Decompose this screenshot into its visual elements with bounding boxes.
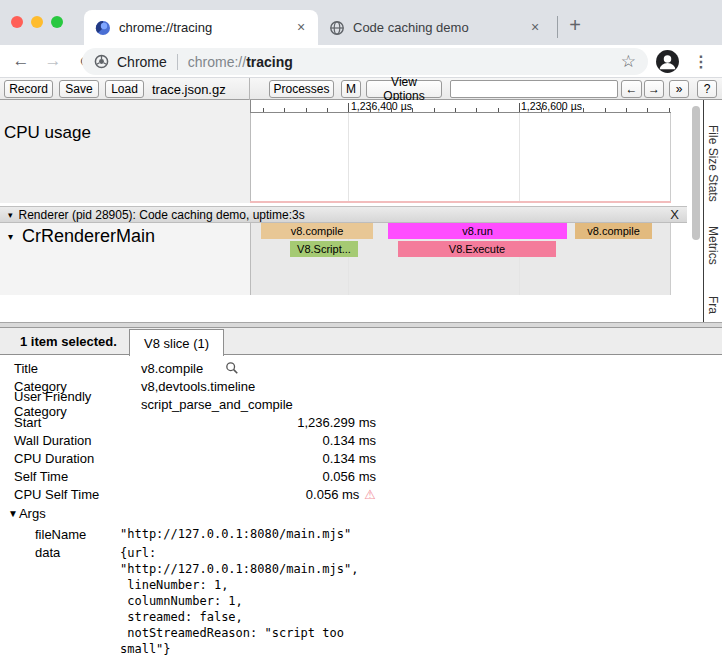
analysis-content: Title v8.compile Category v8,devtools.ti…: [0, 356, 722, 672]
tab-close-icon[interactable]: ×: [526, 19, 544, 37]
ruler-tick: [455, 108, 456, 112]
search-icon[interactable]: [225, 361, 239, 375]
ruler-tick-major: [348, 103, 349, 112]
load-button[interactable]: Load: [105, 80, 144, 98]
help-button[interactable]: ?: [697, 80, 717, 98]
ruler-left-corner: [0, 100, 250, 113]
macos-minimize-button[interactable]: [31, 16, 43, 28]
trace-slice[interactable]: v8.compile: [261, 223, 373, 239]
cpu-baseline: [250, 201, 671, 203]
ruler-tick: [583, 108, 584, 112]
view-options-button[interactable]: View Options: [366, 80, 442, 98]
zoom-out-button[interactable]: ←: [621, 80, 642, 98]
row-value: 1,236.299 ms: [141, 415, 376, 430]
trace-slice[interactable]: V8.Script...: [290, 241, 358, 257]
collapse-arrow-icon[interactable]: ▾: [8, 210, 13, 220]
renderer-process-header[interactable]: ▾ Renderer (pid 28905): Code caching dem…: [0, 206, 687, 223]
thread-track-area: v8.compile v8.run v8.compile V8.Script..…: [250, 223, 671, 295]
table-row: Self Time 0.056 ms: [0, 467, 722, 485]
ruler-tick: [541, 108, 542, 112]
row-label: Self Time: [0, 469, 141, 484]
ruler-label: 1,236,600 µs: [521, 100, 582, 112]
args-section-header[interactable]: ▼ Args: [0, 504, 722, 522]
m-button[interactable]: M: [341, 80, 361, 98]
tab-tracing[interactable]: chrome://tracing ×: [84, 10, 318, 45]
tab-code-caching-demo[interactable]: Code caching demo ×: [318, 10, 552, 45]
bookmark-star-icon[interactable]: ☆: [621, 51, 636, 72]
cpu-usage-plot[interactable]: [250, 113, 671, 203]
omnibox[interactable]: Chrome chrome://tracing ☆: [82, 48, 648, 75]
thread-name[interactable]: ▾ CrRendererMain: [8, 226, 155, 247]
trace-slice[interactable]: v8.compile: [575, 223, 652, 239]
arg-label: fileName: [0, 527, 120, 542]
sidebar-tab-file-size-stats[interactable]: File Size Stats: [706, 125, 720, 202]
zoom-in-button[interactable]: →: [644, 80, 664, 98]
ruler-tick: [605, 108, 606, 112]
cpu-track-header: CPU usage: [0, 113, 250, 203]
args-toggle-icon[interactable]: ▼: [8, 508, 18, 519]
arg-value: "http://127.0.0.1:8080/main.mjs": [120, 526, 351, 542]
time-ruler: 1,236,400 µs 1,236,600 µs: [250, 100, 671, 113]
tab-close-icon[interactable]: ×: [292, 19, 310, 37]
ruler-tick: [647, 108, 648, 112]
renderer-close-icon[interactable]: X: [670, 207, 679, 222]
sidebar-tab-frames[interactable]: Fra: [706, 296, 720, 314]
trace-slice[interactable]: V8.Execute: [398, 241, 556, 257]
thread-name-text: CrRendererMain: [22, 226, 155, 247]
find-input[interactable]: [450, 80, 618, 98]
ruler-tick: [263, 108, 264, 112]
analysis-tab-strip: 1 item selected. V8 slice (1): [0, 328, 722, 355]
gridline: [348, 113, 349, 203]
save-button[interactable]: Save: [59, 80, 99, 98]
tab-separator: [557, 16, 558, 38]
ruler-tick-major: [519, 103, 520, 112]
gridline: [519, 113, 520, 203]
fast-forward-button[interactable]: »: [669, 80, 689, 98]
row-label: CPU Self Time: [0, 487, 141, 502]
ruler-tick: [434, 108, 435, 112]
vertical-scrollbar-thumb[interactable]: [692, 106, 700, 240]
trace-filename: trace.json.gz: [152, 82, 226, 97]
row-label: Start: [0, 415, 141, 430]
sidebar-tab-metrics[interactable]: Metrics: [706, 226, 720, 265]
browser-menu-icon[interactable]: ⋮: [688, 48, 714, 74]
omnibox-scheme: chrome://: [188, 54, 246, 70]
analysis-tab-v8-slice[interactable]: V8 slice (1): [129, 329, 224, 356]
row-value: 0.134 ms: [141, 451, 376, 466]
arg-value: {url: "http://127.0.0.1:8080/main.mjs", …: [120, 545, 358, 657]
collapse-arrow-icon[interactable]: ▾: [8, 231, 13, 242]
table-row: Start 1,236.299 ms: [0, 413, 722, 431]
omnibox-site-name: Chrome: [117, 54, 167, 70]
cpu-track-label: CPU usage: [4, 123, 91, 143]
row-label: CPU Duration: [0, 451, 141, 466]
ruler-tick: [562, 108, 563, 112]
chrome-logo-icon: [94, 54, 109, 69]
trace-slice[interactable]: v8.run: [388, 223, 567, 239]
omnibox-page: tracing: [246, 54, 293, 70]
new-tab-button[interactable]: +: [562, 14, 588, 37]
tracing-toolbar: Record Save Load trace.json.gz Processes…: [0, 78, 722, 100]
ruler-tick: [498, 108, 499, 112]
omnibox-separator: [177, 54, 178, 70]
table-row: CPU Self Time 0.056 ms ⚠: [0, 485, 722, 503]
macos-close-button[interactable]: [11, 16, 23, 28]
row-value: 0.056 ms: [306, 487, 359, 502]
sidebar-tabs: File Size Stats Metrics Fra: [703, 100, 722, 322]
profile-avatar[interactable]: [655, 49, 680, 74]
tab-title: chrome://tracing: [119, 20, 292, 35]
macos-zoom-button[interactable]: [51, 16, 63, 28]
row-value: v8.compile: [141, 361, 203, 376]
processes-button[interactable]: Processes: [269, 80, 334, 98]
back-icon[interactable]: ←: [8, 48, 34, 74]
args-label: Args: [19, 506, 46, 521]
forward-icon[interactable]: →: [40, 48, 66, 74]
selection-count-label: 1 item selected.: [20, 334, 117, 349]
table-row: User Friendly Category script_parse_and_…: [0, 395, 722, 413]
row-label: Title: [0, 361, 141, 376]
table-row: Title v8.compile: [0, 359, 722, 377]
timeline-view: 1,236,400 µs 1,236,600 µs CPU usage: [0, 100, 722, 322]
arg-label: data: [0, 545, 120, 560]
row-value: 0.134 ms: [141, 433, 376, 448]
record-button[interactable]: Record: [4, 80, 53, 98]
ruler-label: 1,236,400 µs: [351, 100, 412, 112]
